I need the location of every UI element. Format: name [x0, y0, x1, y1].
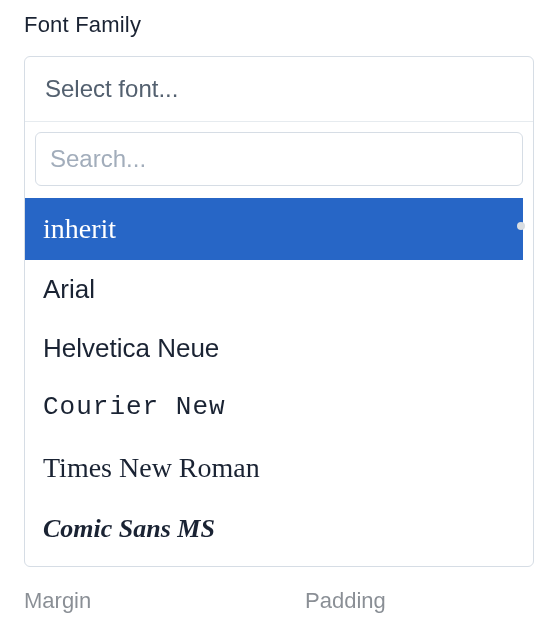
search-input[interactable] [35, 132, 523, 186]
option-comic-sans[interactable]: Comic Sans MS [35, 499, 523, 558]
font-family-select: Select font... inherit Arial Helvetica N… [24, 56, 534, 567]
option-helvetica-neue[interactable]: Helvetica Neue [35, 319, 523, 378]
select-trigger[interactable]: Select font... [25, 57, 533, 122]
background-labels: Margin Padding [24, 588, 534, 614]
option-inherit[interactable]: inherit [25, 198, 523, 260]
bg-margin-label: Margin [24, 588, 253, 614]
field-label: Font Family [24, 12, 534, 38]
scroll-indicator [517, 222, 525, 230]
option-courier-new[interactable]: Courier New [35, 378, 523, 437]
bg-padding-label: Padding [253, 588, 534, 614]
option-arial[interactable]: Arial [35, 260, 523, 319]
option-times-new-roman[interactable]: Times New Roman [35, 437, 523, 499]
options-list: inherit Arial Helvetica Neue Courier New… [35, 198, 523, 558]
dropdown-panel: inherit Arial Helvetica Neue Courier New… [25, 122, 533, 566]
